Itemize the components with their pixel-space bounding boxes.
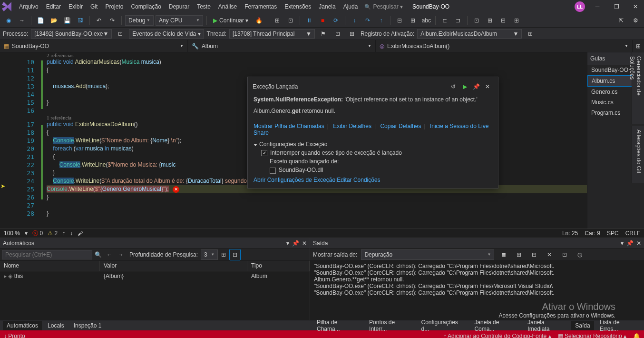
nav-project[interactable]: ▦SoundBay-OO▼ <box>0 40 188 52</box>
nav-split-icon[interactable]: ⊞ <box>633 40 644 52</box>
continue-icon[interactable]: ▶ <box>459 81 470 92</box>
col-value[interactable]: Valor <box>100 261 247 271</box>
menu-ferramentas[interactable]: Ferramentas <box>241 1 281 12</box>
out-icon-1[interactable]: ≣ <box>498 249 509 260</box>
tb-icon-4[interactable]: ⊞ <box>407 15 419 26</box>
autos-icon-1[interactable]: ⊞ <box>218 249 229 260</box>
undo-icon[interactable]: ↶ <box>93 15 105 26</box>
continue-button[interactable]: ▶Continuar ▾ <box>210 15 251 26</box>
output-text[interactable]: "SoundBay-OO.exe" (CoreCLR: clrhost): Ca… <box>310 261 644 320</box>
menu-exibir[interactable]: Exibir <box>65 1 87 12</box>
open-icon[interactable]: 📂 <box>48 15 59 26</box>
search-icon[interactable]: 🔍 <box>92 249 104 260</box>
bell-icon[interactable]: 🔔 <box>633 333 640 338</box>
brush-icon[interactable]: 🖌 <box>78 230 83 237</box>
output-source-select[interactable]: Depuração▼ <box>361 249 494 260</box>
autos-icon-2[interactable]: ⊡ <box>229 249 241 260</box>
history-icon[interactable]: ↺ <box>448 81 459 92</box>
repo-select-button[interactable]: ▦ Selecionar Repositório ▴ <box>558 333 626 338</box>
dbg-icon-5[interactable]: ⊞ <box>525 28 536 40</box>
feedback-icon[interactable]: ⚙ <box>630 15 641 26</box>
hot-reload-icon[interactable]: 🔥 <box>253 15 264 26</box>
tb-icon-6[interactable]: ⊏ <box>439 15 450 26</box>
tb-icon-9[interactable]: ⊞ <box>484 15 496 26</box>
nav-back-icon[interactable]: ◉ <box>3 15 14 26</box>
stackframe-select[interactable]: Album.ExibirMusicasDoAlbum▼ <box>417 29 522 39</box>
tab-breakpoints[interactable]: Pontos de Interr... <box>365 318 415 334</box>
liveshare-icon[interactable]: ⇱ <box>615 15 627 26</box>
dbg-icon-2[interactable]: ⚑ <box>318 28 329 40</box>
tab-exc-settings[interactable]: Configurações d... <box>417 318 468 334</box>
dropdown-icon[interactable]: ▾ <box>621 240 624 247</box>
out-icon-3[interactable]: ⊟ <box>528 249 540 260</box>
codelens[interactable]: 2 referências <box>47 52 587 58</box>
tab-watch[interactable]: Inspeção 1 <box>70 321 106 330</box>
col-indicator[interactable]: Car: 9 <box>585 230 600 237</box>
vtab-solution-explorer[interactable]: Gerenciador de Soluções <box>632 52 644 124</box>
link-edit-conditions[interactable]: Editar Condições <box>337 177 380 183</box>
tb-icon-5[interactable]: abc <box>420 15 432 26</box>
menu-arquivo[interactable]: Arquivo <box>15 1 42 12</box>
tb-icon-1[interactable]: ⊞ <box>272 15 283 26</box>
step-over-icon[interactable]: ↷ <box>362 15 373 26</box>
dbg-icon-3[interactable]: ⊡ <box>332 28 343 40</box>
nav-fwd-icon[interactable]: → <box>16 15 28 26</box>
menu-editar[interactable]: Editar <box>42 1 65 12</box>
error-count[interactable]: ⓧ 0 <box>32 229 43 238</box>
out-icon-6[interactable]: ◷ <box>574 249 585 260</box>
stop-icon[interactable]: ■ <box>317 15 328 26</box>
eol-indicator[interactable]: CRLF <box>625 230 640 237</box>
tb-icon-3[interactable]: ⊟ <box>394 15 405 26</box>
nav-up-icon[interactable]: ↑ <box>62 230 65 237</box>
tab-callstack[interactable]: Pilha de Chama... <box>313 318 363 334</box>
lifecycle-select[interactable]: Eventos de Ciclo de Vida ▾ <box>129 29 204 39</box>
close-icon[interactable]: ✕ <box>629 1 642 12</box>
link-open-settings[interactable]: Abrir Configurações de Exceção <box>254 177 335 183</box>
search-box[interactable]: Pesquisar ▾ <box>364 3 403 10</box>
step-out-icon[interactable]: ↑ <box>375 15 387 26</box>
thread-select[interactable]: [13708] Thread Principal▼ <box>229 29 315 39</box>
process-select[interactable]: [13492] SoundBay-OO.exe▼ <box>31 29 112 39</box>
indent-indicator[interactable]: SPC <box>607 230 619 237</box>
out-icon-5[interactable]: ⊡ <box>559 249 570 260</box>
depth-select[interactable]: 3▼ <box>201 249 218 260</box>
tab-autos[interactable]: Automáticos <box>3 321 42 330</box>
tb-icon-10[interactable]: ⊟ <box>498 15 509 26</box>
redo-icon[interactable]: ↷ <box>107 15 118 26</box>
source-control-button[interactable]: ↑ Adicionar ao Controle do Código-Fonte … <box>443 333 551 338</box>
menu-projeto[interactable]: Projeto <box>101 1 127 12</box>
tab-command[interactable]: Janela de Coma... <box>470 318 522 334</box>
pin-icon[interactable]: 📌 <box>626 240 634 247</box>
save-icon[interactable]: 💾 <box>61 15 73 26</box>
dbg-icon-1[interactable]: ⊡ <box>115 28 126 40</box>
out-icon-2[interactable]: ⊞ <box>513 249 525 260</box>
minimize-icon[interactable]: ─ <box>591 1 604 12</box>
pin-icon[interactable]: 📌 <box>292 240 299 247</box>
menu-janela[interactable]: Janela <box>315 1 339 12</box>
tab-errorlist[interactable]: Lista de Erros... <box>596 318 641 334</box>
platform-select[interactable]: Any CPU▼ <box>156 15 203 26</box>
menu-depurar[interactable]: Depurar <box>165 1 193 12</box>
new-file-icon[interactable]: 📄 <box>35 15 46 26</box>
tab-locals[interactable]: Locais <box>44 321 68 330</box>
nav-method[interactable]: ◎ExibirMusicasDoAlbum()▼ <box>376 40 633 52</box>
tab-output[interactable]: Saída <box>571 321 594 330</box>
menu-git[interactable]: Git <box>87 1 101 12</box>
close-popup-icon[interactable]: ✕ <box>482 81 493 92</box>
restart-icon[interactable]: ⟳ <box>330 15 342 26</box>
tb-icon-11[interactable]: ⊞ <box>511 15 522 26</box>
close-icon[interactable]: ✕ <box>636 240 641 247</box>
tab-immediate[interactable]: Janela Imediata <box>524 318 569 334</box>
close-icon[interactable]: ✕ <box>302 240 307 247</box>
zoom-level[interactable]: 100 % <box>4 230 20 237</box>
menu-analise[interactable]: Análise <box>215 1 241 12</box>
pin-icon[interactable]: 📌 <box>470 81 482 92</box>
arrow-left-icon[interactable]: ← <box>104 249 115 260</box>
menu-teste[interactable]: Teste <box>193 1 215 12</box>
arrow-right-icon[interactable]: → <box>115 249 127 260</box>
menu-extensoes[interactable]: Extensões <box>281 1 315 12</box>
tb-icon-2[interactable]: ⊡ <box>285 15 296 26</box>
line-indicator[interactable]: Ln: 25 <box>562 230 578 237</box>
autos-search-input[interactable] <box>2 250 92 259</box>
vtab-git-changes[interactable]: Alterações do Git <box>632 126 644 183</box>
